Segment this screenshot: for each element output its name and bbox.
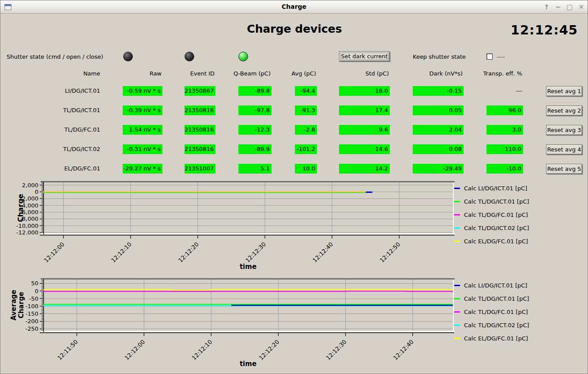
y-tick-label: -200: [25, 318, 38, 325]
series-group: [43, 290, 453, 306]
q-beam-value: -97.8: [238, 106, 271, 115]
column-header-transp: Transp. eff. %: [483, 70, 522, 77]
device-name: EL/DG/FC.01: [64, 164, 100, 174]
dark-value: 2.04: [413, 125, 464, 135]
x-tick-label: 12:12:10: [191, 339, 214, 362]
legend-item: Calc EL/DG/FC.01 [pC]: [454, 332, 587, 345]
maximize-button[interactable]: □: [566, 4, 573, 11]
charge-chart: 2,0000-2,000-4,000-6,000-8,000-10,000-12…: [0, 179, 460, 265]
legend-item: Calc TL/DG/ICT.01 [pC]: [454, 292, 587, 305]
y-tick-label: -2,000: [20, 195, 38, 202]
raw-value: -0.59 nV * s: [123, 86, 162, 96]
x-tick-label: 12:12:20: [177, 241, 200, 264]
legend-item: Calc TL/DG/FC.01 [pC]: [454, 305, 587, 318]
legend-item: Calc TL/DG/ICT.02 [pC]: [454, 318, 587, 332]
event-id-value: 21350816: [185, 106, 215, 115]
y-tick-label: -12.000: [16, 229, 38, 236]
raw-value: -29.27 nV * s: [123, 164, 162, 174]
keep-shutter-value: ----: [497, 53, 505, 60]
x-tick-label: 12:12:00: [43, 241, 66, 264]
keep-shutter-state-label: Keep shutter state: [413, 53, 466, 60]
shutter-state-label: Shutter state (cmd / open / close): [7, 53, 103, 60]
plot-bevel-bottom: [41, 233, 455, 234]
dark-value: 0.05: [413, 106, 464, 115]
dark-value: 0.08: [413, 144, 464, 154]
legend-color-marker: [454, 188, 460, 189]
x-tick-label: 12:12:30: [244, 241, 267, 264]
shutter-led-close: [238, 52, 248, 61]
column-header-q_beam: Q-Beam (pC): [234, 70, 271, 77]
std-value: 14.6: [339, 144, 390, 154]
legend-label: Calc TL/DG/FC.01 [pC]: [464, 212, 528, 218]
series-group: [43, 192, 372, 192]
legend-item: Calc LI/DG/ICT.01 [pC]: [454, 181, 587, 195]
transp-value: 110.0: [486, 144, 523, 154]
average-charge-chart: 500-50-100-150-200-25012:11:5012:12:0012…: [0, 276, 460, 363]
event-id-value: 21351007: [185, 164, 215, 174]
y-tick-label: -50: [29, 295, 38, 302]
plot-bevel-top: [41, 278, 455, 280]
reset-avg-2-button[interactable]: Reset avg 2: [546, 106, 582, 116]
reset-avg-5-button[interactable]: Reset avg 5: [546, 164, 582, 174]
avg-value: -101.2: [295, 144, 317, 154]
transp-value: -10.0: [486, 164, 523, 174]
q-beam-value: -89.9: [238, 144, 271, 154]
y-tick-label: -10,000: [16, 223, 38, 229]
legend-color-marker: [454, 227, 460, 229]
average-charge-chart-xlabel: time: [204, 360, 292, 368]
y-tick-label: -100: [25, 303, 38, 310]
column-header-raw: Raw: [150, 70, 162, 77]
legend-label: Calc EL/DG/FC.01 [pC]: [464, 335, 528, 342]
column-header-avg: Avg (pC): [291, 70, 316, 77]
keep-shutter-checkbox[interactable]: [486, 53, 493, 60]
close-button[interactable]: ✕: [578, 4, 584, 11]
shutter-led-open: [185, 52, 194, 61]
legend-label: Calc TL/DG/ICT.02 [pC]: [464, 225, 529, 231]
shade-button[interactable]: ↑: [544, 4, 550, 11]
y-tick-label: -150: [25, 310, 38, 317]
plot-bevel-top: [41, 181, 455, 182]
page-title: Charge devices: [177, 23, 412, 35]
legend-color-marker: [454, 338, 460, 339]
series-line: [43, 290, 453, 290]
plot-bevel-right: [453, 280, 454, 331]
average-charge-chart-legend: Calc LI/DG/ICT.01 [pC]Calc TL/DG/ICT.01 …: [454, 279, 587, 345]
std-value: 9.6: [339, 125, 390, 135]
reset-avg-3-button[interactable]: Reset avg 3: [546, 125, 582, 135]
column-header-std: Std (pC): [366, 70, 389, 77]
plot-bevel-bottom: [41, 331, 455, 332]
legend-label: Calc TL/DG/ICT.02 [pC]: [464, 322, 529, 329]
clock: 12:12:45: [511, 23, 578, 38]
axes: 2,0000-2,000-4,000-6,000-8,000-10,000-12…: [16, 182, 454, 264]
minimize-button[interactable]: −: [555, 4, 561, 11]
legend-color-marker: [454, 241, 460, 242]
legend-label: Calc TL/DG/ICT.01 [pC]: [464, 295, 529, 302]
reset-avg-4-button[interactable]: Reset avg 4: [546, 144, 582, 155]
set-dark-current-button[interactable]: Set dark current: [339, 51, 390, 61]
device-name: TL/DG/FC.01: [64, 125, 100, 135]
legend-item: Calc TL/DG/ICT.02 [pC]: [454, 221, 587, 234]
x-tick-label: 12:12:20: [258, 339, 281, 362]
transp-value: 3.0: [486, 125, 523, 135]
legend-color-marker: [454, 298, 460, 299]
column-header-event_id: Event ID: [190, 70, 215, 77]
legend-item: Calc LI/DG/ICT.01 [pC]: [454, 279, 587, 292]
dark-value: -29.49: [413, 164, 464, 174]
y-tick-label: -8,000: [20, 215, 38, 222]
q-beam-value: 5.1: [238, 164, 271, 174]
avg-value: -2.8: [295, 125, 317, 135]
legend-label: Calc LI/DG/ICT.01 [pC]: [464, 282, 527, 289]
q-beam-value: -12.3: [238, 125, 271, 135]
legend-item: Calc EL/DG/FC.01 [pC]: [454, 234, 587, 248]
reset-avg-1-button[interactable]: Reset avg 1: [546, 86, 582, 96]
legend-label: Calc EL/DG/FC.01 [pC]: [464, 238, 528, 245]
legend-item: Calc TL/DG/ICT.01 [pC]: [454, 195, 587, 208]
transp-value: ---: [516, 86, 522, 96]
title-bar: Charge ↑ − □ ✕: [0, 0, 588, 14]
x-tick-label: 12:12:30: [325, 339, 348, 362]
avg-value: -91.3: [295, 106, 317, 115]
x-tick-label: 12:12:40: [311, 241, 334, 264]
charge-chart-xlabel: time: [204, 263, 292, 271]
std-value: 17.4: [339, 106, 390, 115]
shutter-led-cmd: [123, 52, 133, 61]
